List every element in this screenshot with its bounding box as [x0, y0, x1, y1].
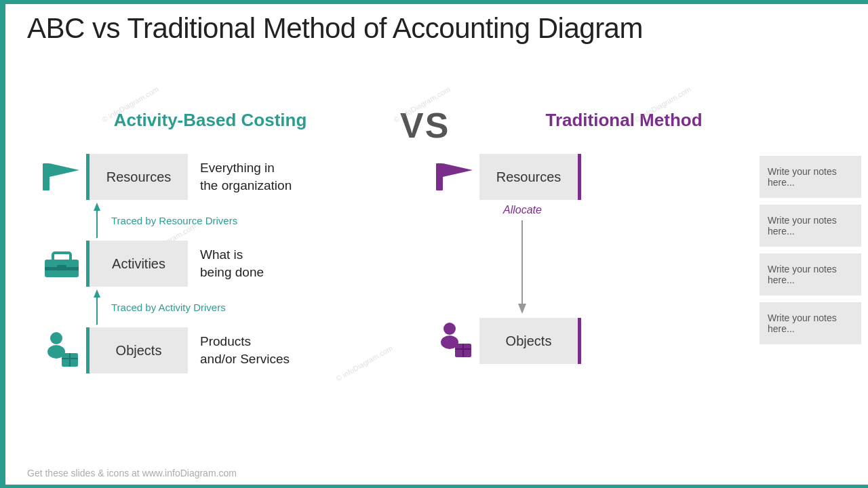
trad-objects-icon — [431, 317, 479, 365]
note-4[interactable]: Write your notes here... — [760, 302, 861, 344]
abc-resources-description: Everything inthe organization — [200, 159, 292, 194]
abc-resource-connector: Traced by Resource Drivers — [37, 201, 292, 239]
svg-marker-3 — [94, 203, 100, 211]
note-3[interactable]: Write your notes here... — [760, 253, 861, 296]
svg-marker-16 — [443, 163, 473, 177]
abc-activities-description: What isbeing done — [200, 246, 264, 281]
watermark-5: © infoDiagram.com — [334, 344, 394, 383]
svg-point-10 — [50, 332, 62, 344]
svg-point-19 — [443, 323, 456, 335]
svg-rect-7 — [57, 265, 66, 270]
trad-resources-label: Resources — [479, 154, 581, 200]
page-title: ABC vs Traditional Method of Accounting … — [27, 12, 643, 45]
abc-resources-icon — [37, 152, 86, 201]
abc-activity-connector: Traced by Activity Drivers — [37, 288, 292, 326]
note-1[interactable]: Write your notes here... — [760, 156, 861, 198]
abc-objects-label: Objects — [86, 327, 188, 373]
abc-header: Activity-Based Costing — [54, 110, 366, 131]
abc-objects-row: Objects Productsand/or Services — [37, 326, 292, 375]
resource-driver-label: Traced by Resource Drivers — [111, 215, 237, 226]
top-accent-bar — [5, 0, 868, 4]
abc-objects-icon — [37, 326, 86, 375]
note-2[interactable]: Write your notes here... — [760, 205, 861, 247]
allocate-label: Allocate — [503, 204, 542, 216]
svg-marker-1 — [50, 163, 79, 177]
trad-objects-row: Objects — [431, 317, 581, 365]
svg-rect-5 — [53, 253, 71, 261]
svg-marker-9 — [94, 289, 100, 298]
svg-rect-0 — [43, 163, 50, 190]
abc-activities-icon — [37, 239, 86, 288]
trad-layout: Resources Allocate Objects — [431, 152, 581, 365]
abc-resources-row: Resources Everything inthe organization — [37, 152, 292, 201]
trad-allocate-connector: Allocate — [431, 201, 581, 317]
notes-area: Write your notes here... Write your note… — [760, 156, 861, 344]
abc-layout: Resources Everything inthe organization … — [37, 152, 292, 375]
left-accent-bar — [0, 0, 5, 488]
svg-marker-18 — [518, 304, 526, 314]
svg-rect-15 — [436, 163, 443, 190]
vs-label: VS — [400, 105, 450, 146]
abc-objects-description: Productsand/or Services — [200, 333, 290, 367]
activity-driver-label: Traced by Activity Drivers — [111, 302, 226, 313]
trad-resources-row: Resources — [431, 152, 581, 201]
trad-objects-label: Objects — [479, 318, 581, 364]
abc-activities-label: Activities — [86, 241, 188, 287]
trad-resources-icon — [431, 152, 479, 201]
bottom-accent-bar — [5, 485, 868, 488]
footer-text: Get these slides & icons at www.infoDiag… — [27, 468, 237, 479]
abc-resources-label: Resources — [86, 154, 188, 200]
abc-activities-row: Activities What isbeing done — [37, 239, 292, 288]
traditional-header: Traditional Method — [481, 110, 766, 131]
